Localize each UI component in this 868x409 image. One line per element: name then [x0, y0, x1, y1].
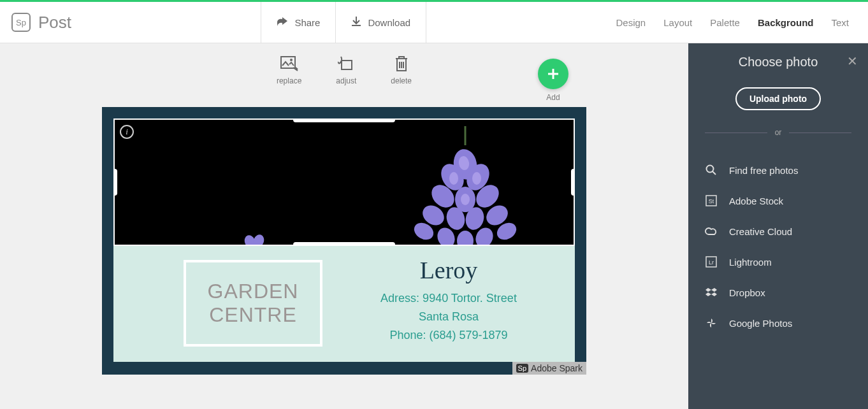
app-logo[interactable]: Sp	[11, 13, 31, 32]
svg-point-19	[449, 172, 458, 185]
source-list: Find free photos St Adobe Stock Creative…	[688, 155, 868, 338]
source-lightroom[interactable]: Lr Lightroom	[688, 247, 868, 277]
tab-bar: Design Layout Palette Background Text	[616, 17, 868, 28]
resize-handle-top[interactable]	[293, 118, 395, 122]
source-label: Dropbox	[729, 287, 765, 298]
source-find-free[interactable]: Find free photos	[688, 155, 868, 185]
tab-palette[interactable]: Palette	[710, 17, 740, 28]
flower-graphic-small	[242, 232, 268, 246]
source-google-photos[interactable]: Google Photos	[688, 308, 868, 338]
source-dropbox[interactable]: Dropbox	[688, 277, 868, 308]
add-label: Add	[546, 93, 560, 102]
info-icon[interactable]: i	[120, 125, 134, 139]
photo-region[interactable]: i	[113, 118, 575, 246]
contact-info[interactable]: Leroy Adress: 9940 Tortor. Street Santa …	[322, 246, 575, 362]
svg-point-21	[461, 194, 470, 205]
replace-icon	[280, 55, 298, 73]
logo-area: Sp Post	[0, 13, 71, 32]
tab-text[interactable]: Text	[831, 17, 849, 28]
adjust-button[interactable]: adjust	[336, 55, 356, 85]
share-button[interactable]: Share	[261, 2, 335, 43]
header-actions: Share Download	[261, 2, 426, 43]
resize-handle-left[interactable]	[113, 169, 117, 196]
svg-text:St: St	[709, 198, 714, 204]
source-creative-cloud[interactable]: Creative Cloud	[688, 216, 868, 247]
canvas-area: replace adjust delete Add	[0, 43, 688, 409]
photo-sidebar: Choose photo ✕ Upload photo or Find free…	[688, 43, 868, 409]
stock-icon: St	[705, 194, 718, 207]
tab-design[interactable]: Design	[616, 17, 646, 28]
card-line1: GARDEN	[208, 280, 299, 303]
svg-text:Lr: Lr	[709, 259, 714, 266]
divider-line-right	[789, 133, 851, 133]
svg-point-20	[472, 172, 481, 185]
replace-button[interactable]: replace	[277, 55, 301, 85]
svg-point-1	[290, 59, 293, 61]
download-button[interactable]: Download	[335, 2, 426, 43]
add-button[interactable]	[538, 59, 568, 89]
flower-graphic	[395, 118, 535, 246]
delete-label: delete	[391, 76, 412, 85]
download-label: Download	[368, 17, 410, 28]
divider: or	[705, 128, 851, 137]
sidebar-title: Choose photo	[688, 55, 868, 69]
download-icon	[351, 17, 361, 28]
google-photos-icon	[705, 317, 718, 329]
main-area: replace adjust delete Add	[0, 43, 868, 409]
share-icon	[277, 17, 288, 27]
card-lower-section: GARDEN CENTRE Leroy Adress: 9940 Tortor.…	[113, 246, 575, 362]
lightroom-icon: Lr	[705, 255, 718, 268]
upload-photo-button[interactable]: Upload photo	[735, 87, 821, 110]
contact-address2: Santa Rosa	[419, 310, 479, 324]
source-adobe-stock[interactable]: St Adobe Stock	[688, 185, 868, 216]
adjust-label: adjust	[336, 76, 356, 85]
contact-address1: Adress: 9940 Tortor. Street	[380, 292, 517, 305]
tab-background[interactable]: Background	[758, 17, 814, 28]
watermark-text: Adobe Spark	[531, 363, 582, 373]
source-label: Google Photos	[729, 318, 792, 329]
plus-icon	[547, 68, 560, 80]
replace-label: replace	[277, 76, 301, 85]
svg-rect-2	[342, 61, 352, 69]
design-canvas[interactable]: i	[102, 107, 586, 375]
watermark[interactable]: Sp Adobe Spark	[512, 362, 586, 375]
svg-point-24	[707, 166, 714, 173]
contact-phone: Phone: (684) 579-1879	[389, 329, 507, 342]
garden-centre-box[interactable]: GARDEN CENTRE	[184, 260, 322, 347]
resize-handle-right[interactable]	[571, 169, 575, 196]
source-label: Creative Cloud	[729, 226, 792, 237]
source-label: Find free photos	[729, 165, 798, 176]
contact-name: Leroy	[420, 256, 478, 284]
dropbox-icon	[705, 286, 718, 299]
adjust-icon	[337, 55, 355, 73]
card-line2: CENTRE	[209, 303, 297, 327]
source-label: Adobe Stock	[729, 196, 783, 206]
svg-point-17	[457, 231, 474, 246]
delete-button[interactable]: delete	[391, 55, 412, 85]
add-button-wrap: Add	[538, 59, 568, 102]
app-title: Post	[38, 13, 71, 32]
divider-line-left	[705, 133, 767, 133]
delete-icon	[393, 55, 410, 73]
share-label: Share	[294, 17, 320, 28]
creative-cloud-icon	[705, 225, 718, 238]
divider-text: or	[775, 128, 782, 137]
close-icon[interactable]: ✕	[847, 54, 858, 69]
search-icon	[705, 164, 718, 176]
source-label: Lightroom	[729, 257, 772, 268]
tab-layout[interactable]: Layout	[663, 17, 692, 28]
canvas-toolbar: replace adjust delete	[0, 43, 688, 85]
watermark-badge: Sp	[516, 364, 528, 373]
resize-handle-bottom[interactable]	[293, 242, 395, 246]
svg-rect-0	[281, 57, 295, 68]
app-header: Sp Post Share Download Design Layout Pal…	[0, 2, 868, 43]
